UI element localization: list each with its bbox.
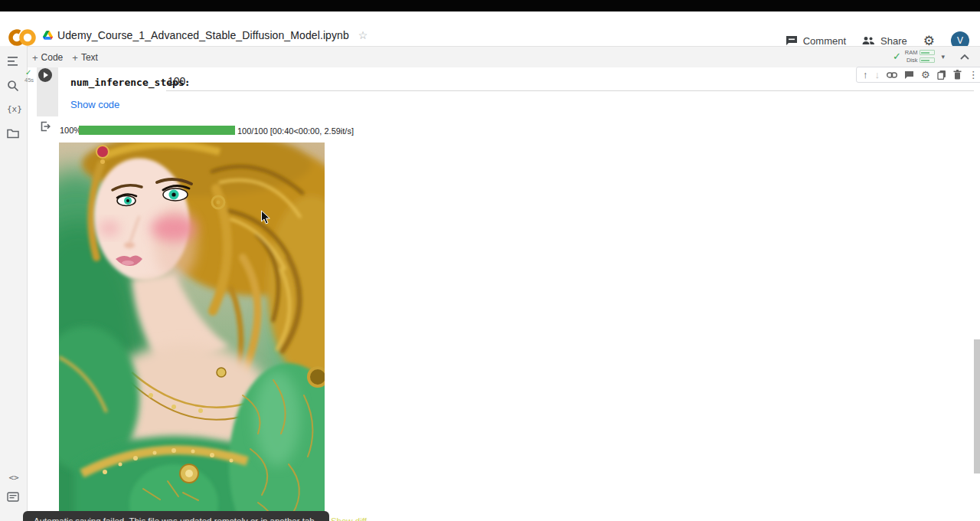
generated-image [59, 143, 325, 521]
cell-settings-button[interactable]: ⚙ [921, 70, 930, 80]
add-comment-button[interactable] [904, 70, 914, 80]
num-inference-steps-input[interactable] [166, 75, 974, 91]
scrollbar-thumb[interactable] [974, 339, 980, 473]
autosave-toast: Automatic saving failed. This file was u… [23, 511, 329, 521]
progress-percent: 100% [60, 126, 81, 135]
notebook-title[interactable]: Udemy_Course_1_Advanced_Stable_Diffusion… [57, 29, 349, 41]
left-sidebar: {x} <> [0, 46, 28, 521]
disk-label: Disk [906, 57, 918, 64]
code-snippets-icon: <> [8, 473, 18, 483]
show-diff-button[interactable]: Show diff [331, 516, 367, 521]
sidebar-item-code-snippets[interactable]: <> [7, 473, 21, 487]
drive-icon [43, 31, 53, 40]
search-icon [7, 80, 19, 92]
folder-icon [7, 128, 19, 139]
toast-message: Automatic saving failed. This file was u… [34, 516, 317, 521]
run-cell-button[interactable] [38, 68, 52, 82]
comment-button[interactable]: Comment [786, 35, 846, 47]
ram-label: RAM [905, 49, 918, 56]
delete-cell-button[interactable] [953, 70, 962, 80]
plus-icon: + [32, 52, 38, 64]
sidebar-item-terminal[interactable] [7, 492, 21, 506]
trash-icon [953, 70, 962, 80]
mirror-cell-button[interactable] [937, 70, 946, 80]
share-button[interactable]: Share [862, 35, 907, 47]
resources-widget[interactable]: ✓ RAM Disk ▾ [893, 49, 945, 64]
collapse-header-button[interactable] [959, 51, 972, 64]
title-row: Udemy_Course_1_Advanced_Stable_Diffusion… [43, 29, 368, 41]
sidebar-item-variables[interactable]: {x} [7, 104, 21, 118]
star-icon[interactable]: ☆ [358, 29, 368, 41]
people-icon [862, 36, 875, 45]
output-gutter-icon[interactable] [39, 120, 51, 133]
play-icon [44, 72, 48, 78]
copy-icon [937, 70, 946, 80]
cell-toolbar: ↑ ↓ ⚙ ⋮ [856, 67, 980, 83]
os-top-bar [0, 0, 980, 11]
show-code-link[interactable]: Show code [70, 99, 119, 110]
exec-time: 45s [24, 77, 34, 84]
disk-usage-bar [920, 57, 935, 63]
sidebar-item-files[interactable] [7, 128, 21, 142]
chevron-up-icon [959, 51, 971, 64]
progress-stats: 100/100 [00:40<00:00, 2.59it/s] [237, 126, 354, 136]
sidebar-item-toc[interactable] [7, 55, 21, 69]
variables-icon: {x} [7, 104, 22, 114]
plus-icon: + [72, 52, 78, 64]
copy-link-button[interactable] [887, 72, 897, 78]
exec-success-check-icon: ✓ [25, 68, 31, 77]
comment-icon [786, 35, 798, 46]
resources-caret-icon[interactable]: ▾ [941, 53, 945, 61]
progress-bar [79, 126, 235, 135]
terminal-icon [7, 492, 19, 502]
ram-usage-bar [920, 50, 935, 55]
move-cell-up-button[interactable]: ↑ [863, 70, 868, 80]
add-text-button[interactable]: + Text [72, 51, 98, 64]
colab-window: Udemy_Course_1_Advanced_Stable_Diffusion… [0, 0, 980, 521]
move-cell-down-button[interactable]: ↓ [875, 70, 880, 80]
notebook-toolbar: + Code + Text ✓ RAM Disk ▾ [0, 46, 980, 67]
more-actions-button[interactable]: ⋮ [969, 70, 978, 80]
sidebar-item-search[interactable] [7, 80, 21, 93]
table-of-contents-icon [7, 55, 21, 67]
comment-icon [904, 70, 914, 80]
link-icon [887, 72, 897, 78]
settings-gear-icon[interactable]: ⚙ [923, 34, 935, 48]
mouse-cursor [260, 210, 271, 225]
header: Udemy_Course_1_Advanced_Stable_Diffusion… [0, 11, 980, 46]
add-code-button[interactable]: + Code [32, 51, 63, 64]
runtime-check-icon: ✓ [893, 51, 901, 62]
